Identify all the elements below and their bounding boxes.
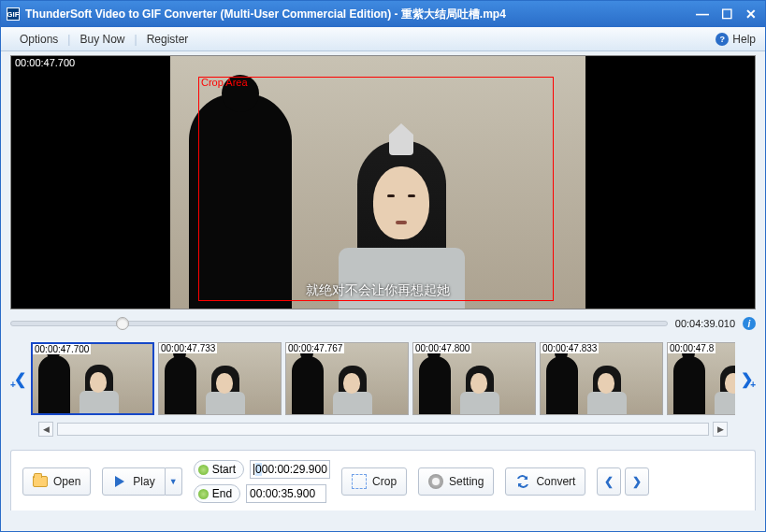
minimize-button[interactable]: — bbox=[694, 7, 711, 22]
folder-icon bbox=[33, 474, 48, 489]
menu-help[interactable]: ? Help bbox=[715, 33, 756, 46]
thumbnail-timestamp: 00:00:47.800 bbox=[413, 343, 471, 353]
end-time-button[interactable]: End bbox=[194, 484, 240, 503]
thumbs-prev-add-button[interactable]: +❮ bbox=[10, 341, 29, 416]
menu-register[interactable]: Register bbox=[137, 33, 198, 46]
app-window: GIF ThunderSoft Video to GIF Converter (… bbox=[0, 0, 766, 532]
convert-button[interactable]: Convert bbox=[505, 467, 585, 496]
video-subtitle: 就绝对不会让你再想起她 bbox=[170, 282, 585, 299]
gear-icon bbox=[428, 474, 443, 489]
thumbs-next-add-button[interactable]: ❯+ bbox=[737, 341, 756, 416]
thumbnail-scrollbar[interactable]: ◀ ▶ bbox=[38, 422, 728, 437]
thumbnail[interactable]: 00:00:47.767 bbox=[285, 342, 409, 415]
close-button[interactable]: ✕ bbox=[743, 7, 759, 22]
video-duration: 00:04:39.010 bbox=[675, 318, 735, 329]
maximize-button[interactable]: ☐ bbox=[718, 7, 735, 22]
bottom-toolbar: Open Play ▼ Start 000:00:29.900 bbox=[10, 450, 756, 510]
thumbnail[interactable]: 00:00:47.8 bbox=[667, 342, 735, 415]
thumbnail-strip: 00:00:47.70000:00:47.73300:00:47.76700:0… bbox=[31, 342, 735, 415]
play-button-group: Play ▼ bbox=[102, 467, 181, 496]
crop-icon bbox=[352, 474, 367, 489]
prev-frame-button[interactable]: ❮ bbox=[597, 467, 621, 496]
play-button[interactable]: Play bbox=[102, 467, 165, 496]
crop-button[interactable]: Crop bbox=[341, 467, 407, 496]
seek-thumb[interactable] bbox=[116, 317, 129, 330]
thumbnail-timestamp: 00:00:47.733 bbox=[159, 343, 217, 353]
scroll-left-button[interactable]: ◀ bbox=[38, 422, 53, 437]
play-icon bbox=[112, 474, 127, 489]
video-preview[interactable]: 00:00:47.700 就绝对不会让你再想起她 Crop Area bbox=[10, 55, 756, 309]
setting-button[interactable]: Setting bbox=[418, 467, 494, 496]
thumbnail[interactable]: 00:00:47.700 bbox=[31, 342, 154, 415]
window-title: ThunderSoft Video to GIF Converter (Mult… bbox=[25, 7, 694, 22]
end-dot-icon bbox=[198, 489, 209, 499]
thumbnail[interactable]: 00:00:47.800 bbox=[412, 342, 536, 415]
info-icon[interactable]: i bbox=[743, 317, 756, 330]
current-timestamp: 00:00:47.700 bbox=[11, 56, 79, 69]
thumbnail-timestamp: 00:00:47.833 bbox=[541, 343, 599, 353]
thumbnail-timestamp: 00:00:47.700 bbox=[33, 344, 91, 354]
thumbnail[interactable]: 00:00:47.733 bbox=[158, 342, 282, 415]
convert-icon bbox=[515, 474, 530, 489]
start-dot-icon bbox=[198, 465, 209, 475]
seek-slider[interactable] bbox=[10, 321, 668, 326]
next-frame-button[interactable]: ❯ bbox=[625, 467, 649, 496]
start-time-input[interactable]: 000:00:29.900 bbox=[250, 460, 330, 479]
help-icon: ? bbox=[715, 33, 729, 46]
app-icon: GIF bbox=[7, 7, 20, 21]
scroll-track[interactable] bbox=[57, 423, 709, 436]
open-button[interactable]: Open bbox=[22, 467, 91, 496]
menubar: Options | Buy Now | Register ? Help bbox=[1, 27, 765, 51]
thumbnail-timestamp: 00:00:47.767 bbox=[286, 343, 344, 353]
thumbnail-timestamp: 00:00:47.8 bbox=[668, 343, 715, 353]
start-time-button[interactable]: Start bbox=[194, 460, 244, 479]
menu-buy-now[interactable]: Buy Now bbox=[70, 33, 134, 46]
end-time-input[interactable]: 00:00:35.900 bbox=[246, 484, 326, 503]
video-frame: 就绝对不会让你再想起她 bbox=[170, 56, 585, 309]
titlebar: GIF ThunderSoft Video to GIF Converter (… bbox=[1, 1, 765, 27]
play-dropdown[interactable]: ▼ bbox=[166, 467, 182, 496]
thumbnail[interactable]: 00:00:47.833 bbox=[540, 342, 663, 415]
scroll-right-button[interactable]: ▶ bbox=[713, 422, 728, 437]
menu-options[interactable]: Options bbox=[10, 33, 67, 46]
